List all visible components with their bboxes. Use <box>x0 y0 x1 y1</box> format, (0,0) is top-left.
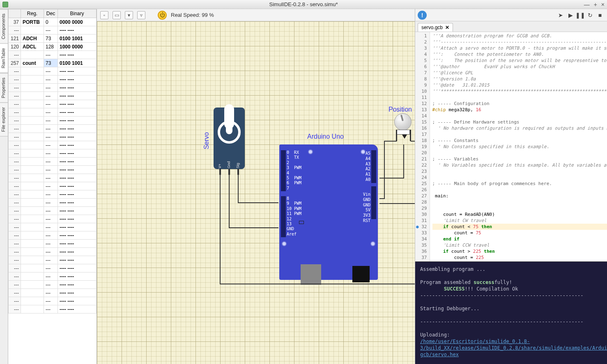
ram-row[interactable]: ---------- ---- <box>9 215 97 223</box>
new-file-icon[interactable]: ▫ <box>100 11 108 19</box>
output-console[interactable]: Assembling program ... Program assembled… <box>415 261 607 364</box>
maximize-button[interactable]: + <box>594 1 597 8</box>
servo-component[interactable]: V+ Gnd Sig <box>214 108 245 169</box>
servo-pin-v <box>219 169 221 175</box>
servo-pin-sig <box>237 169 239 175</box>
arduino-pin-label: 5V <box>366 208 370 212</box>
ram-row[interactable]: ---------- ---- <box>9 92 97 100</box>
pot-label: Position <box>389 106 412 113</box>
ram-row[interactable]: 121ADCH730100 1001 <box>9 34 97 43</box>
ram-row[interactable]: ---------- ---- <box>9 125 97 133</box>
play-icon[interactable]: ▶ <box>566 11 575 20</box>
ram-row[interactable]: ---------- ---- <box>9 199 97 207</box>
arduino-pin-label: 7 <box>287 186 289 190</box>
ram-header-reg[interactable]: Reg. <box>21 9 44 18</box>
arduino-usb-port <box>301 264 321 285</box>
arduino-led-icon <box>299 221 304 224</box>
ram-row[interactable]: ---------- ---- <box>9 84 97 92</box>
ram-row[interactable]: ---------- ---- <box>9 207 97 215</box>
ram-row[interactable]: ---------- ---- <box>9 149 97 158</box>
ram-row[interactable]: ---------- ---- <box>9 305 97 314</box>
open-file-icon[interactable]: ▭ <box>113 11 121 19</box>
pause-icon[interactable]: ❚❚ <box>576 11 585 20</box>
ram-row[interactable]: 257count730100 1001 <box>9 59 97 67</box>
arduino-pin-label: 5 PWM <box>287 176 301 180</box>
ram-row[interactable]: ---------- ---- <box>9 141 97 149</box>
info-icon[interactable]: ! <box>418 11 427 20</box>
servo-pin-gnd <box>228 169 230 175</box>
ram-row[interactable]: ---------- ---- <box>9 67 97 76</box>
arduino-hole-tl <box>308 149 313 154</box>
close-button[interactable]: × <box>601 1 605 8</box>
save-file-icon[interactable]: ▾ <box>125 11 133 19</box>
ram-row[interactable]: ---------- ---- <box>9 223 97 231</box>
ram-header-bin[interactable]: Binary <box>58 9 97 18</box>
ram-row[interactable]: ---------- ---- <box>9 256 97 264</box>
schematic-canvas[interactable]: Servo V+ Gnd Sig Arduino Uno <box>97 21 415 364</box>
sidetab-properties[interactable]: Properties <box>0 73 8 103</box>
arduino-pin-label: Vin <box>363 192 370 197</box>
ram-row[interactable]: ---------- ---- <box>9 100 97 108</box>
arduino-pin-label: A4 <box>366 156 370 161</box>
step-out-icon[interactable]: ➤ <box>556 11 565 20</box>
arduino-board[interactable]: 0 RX1 TX23 PWM45 PWM6 PWM789 PWM10 PWM11… <box>279 144 378 280</box>
ram-row[interactable]: ---------- ---- <box>9 248 97 256</box>
arduino-pin-label: 8 <box>287 196 289 201</box>
ram-row[interactable]: ---------- ---- <box>9 231 97 240</box>
arduino-pin-label: 6 PWM <box>287 181 301 185</box>
ram-row[interactable]: ---------- ---- <box>9 76 97 84</box>
arduino-pin-label: 0 RX <box>287 150 299 155</box>
ram-row[interactable]: ---------- ---- <box>9 272 97 281</box>
sidetab-file-explorer[interactable]: File explorer <box>0 103 8 137</box>
arduino-pin-label: 12 <box>287 217 292 221</box>
schematic-contents: Servo V+ Gnd Sig Arduino Uno <box>97 21 415 364</box>
ram-row[interactable]: ---------- ---- <box>9 264 97 272</box>
arduino-pin-label: 13 <box>287 222 292 226</box>
code-editor[interactable]: 1 2 3 4 5 6 7 8 9 10 11 12 13 14 15 16 1… <box>415 32 607 261</box>
ram-row[interactable]: ---------- ---- <box>9 108 97 117</box>
ram-row[interactable]: 120ADCL1281000 0000 <box>9 43 97 51</box>
ram-header-addr[interactable] <box>9 9 21 18</box>
arduino-pin-label: A3 <box>366 162 370 166</box>
ram-row[interactable]: ---------- ---- <box>9 182 97 190</box>
sidetab-components[interactable]: Components <box>0 9 8 43</box>
ram-row[interactable]: ---------- ---- <box>9 289 97 297</box>
sim-toolbar: ▫ ▭ ▾ ▿ ⏻ Real Speed: 99 % <box>97 9 415 21</box>
app-icon <box>2 2 8 7</box>
arduino-pin-label: A0 <box>366 177 370 182</box>
speed-label: Real Speed: 99 % <box>171 12 214 18</box>
arduino-pin-label: 2 <box>287 160 289 165</box>
pot-knob-icon[interactable] <box>394 113 412 130</box>
ram-row[interactable]: ---------- ---- <box>9 190 97 199</box>
editor-code[interactable]: '''A demonstration program for GCGB and … <box>430 32 607 261</box>
servo-pinlab-gnd: Gnd <box>227 161 231 168</box>
ram-row[interactable]: ---------- ---- <box>9 133 97 141</box>
ram-row[interactable]: ---------- ---- <box>9 297 97 305</box>
minimize-button[interactable]: — <box>584 1 590 8</box>
ram-header-dec[interactable]: Dec <box>44 9 58 18</box>
ram-row[interactable]: ---------- ---- <box>9 117 97 125</box>
window-controls: — + × <box>584 1 605 8</box>
servo-label: Servo <box>203 132 210 149</box>
sidetab-ramtable[interactable]: RamTable <box>0 43 8 73</box>
tab-servo-gcb[interactable]: servo.gcb ✕ <box>418 23 453 32</box>
ram-row[interactable]: ---------- ---- <box>9 166 97 174</box>
stop-icon[interactable]: ■ <box>596 11 605 20</box>
save-as-icon[interactable]: ▿ <box>137 11 145 19</box>
arduino-pin-label: RST <box>363 218 370 223</box>
editor-tabs: servo.gcb ✕ <box>415 21 607 32</box>
ram-row[interactable]: ---------- ---- <box>9 26 97 34</box>
potentiometer[interactable] <box>394 113 414 133</box>
ram-row[interactable]: ---------- ---- <box>9 158 97 166</box>
reset-icon[interactable]: ↻ <box>586 11 595 20</box>
ram-row[interactable]: ---------- ---- <box>9 240 97 248</box>
ram-row[interactable]: ---------- ---- <box>9 51 97 59</box>
tab-close-icon[interactable]: ✕ <box>445 25 449 30</box>
arduino-hole-br <box>370 241 375 246</box>
power-button[interactable]: ⏻ <box>158 11 167 20</box>
window-title: SimulIDE-0.2.8 - servo.simu* <box>269 1 338 7</box>
ram-table-panel[interactable]: Reg. Dec Binary 37PORTB00000 0000-------… <box>8 9 97 364</box>
ram-row[interactable]: 37PORTB00000 0000 <box>9 18 97 26</box>
ram-row[interactable]: ---------- ---- <box>9 281 97 289</box>
ram-row[interactable]: ---------- ---- <box>9 174 97 182</box>
